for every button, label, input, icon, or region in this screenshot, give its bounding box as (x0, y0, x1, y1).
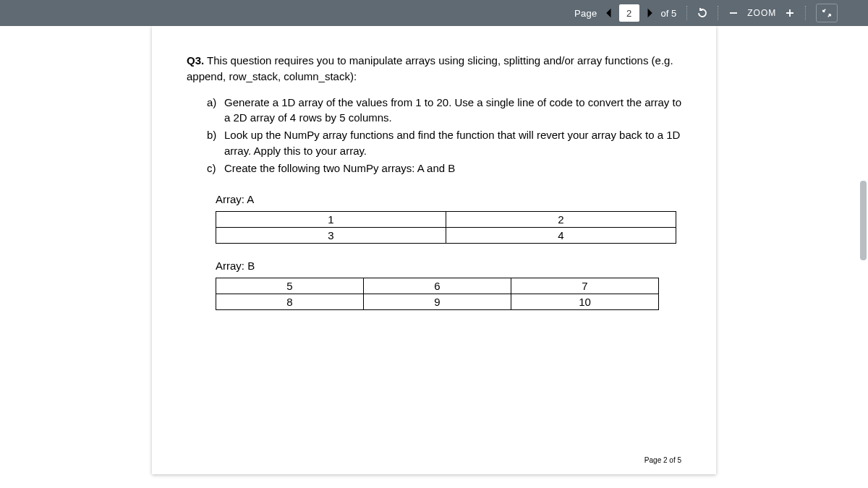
scrollbar-thumb[interactable] (860, 181, 867, 260)
table-cell: 2 (446, 212, 676, 228)
part-marker: c) (207, 160, 224, 176)
table-row: 3 4 (216, 228, 676, 244)
table-row: 1 2 (216, 212, 676, 228)
page-total-label: of 5 (661, 8, 677, 19)
zoom-in-button[interactable] (780, 4, 799, 22)
zoom-label: ZOOM (747, 8, 776, 18)
table-cell: 10 (511, 294, 659, 310)
fullscreen-exit-icon (822, 8, 832, 18)
table-cell: 9 (364, 294, 511, 310)
array-b-label: Array: B (216, 260, 681, 272)
chevron-left-icon (602, 6, 616, 20)
table-cell: 3 (216, 228, 446, 244)
page-label: Page (574, 8, 597, 19)
table-cell: 1 (216, 212, 446, 228)
table-cell: 6 (364, 278, 511, 294)
question-part: c) Create the following two NumPy arrays… (207, 160, 681, 176)
page-number-input[interactable] (619, 4, 639, 22)
separator (718, 6, 718, 20)
question-intro-text: This question requires you to manipulate… (187, 54, 673, 82)
pdf-toolbar: Page of 5 ZOOM (0, 0, 868, 26)
fullscreen-button[interactable] (816, 4, 838, 22)
scrollbar-track[interactable] (859, 29, 867, 485)
part-text: Generate a 1D array of the values from 1… (224, 95, 681, 127)
next-page-button[interactable] (642, 3, 657, 23)
question-parts-list: a) Generate a 1D array of the values fro… (207, 95, 681, 176)
array-a-table: 1 2 3 4 (216, 211, 676, 244)
reload-button[interactable] (693, 4, 712, 22)
prev-page-button[interactable] (602, 3, 616, 23)
separator (686, 6, 687, 20)
table-row: 8 9 10 (216, 294, 659, 310)
array-b-table: 5 6 7 8 9 10 (216, 278, 659, 310)
table-cell: 5 (216, 278, 364, 294)
separator (805, 6, 806, 20)
reload-icon (697, 7, 708, 19)
array-a-label: Array: A (216, 193, 681, 205)
document-page: Q3. This question requires you to manipu… (152, 26, 716, 474)
minus-icon (728, 7, 739, 19)
page-footer: Page 2 of 5 (644, 456, 681, 464)
part-marker: b) (207, 127, 224, 159)
part-marker: a) (207, 95, 224, 127)
question-number: Q3. (187, 54, 204, 67)
table-cell: 8 (216, 294, 364, 310)
question-part: b) Look up the NumPy array functions and… (207, 127, 681, 159)
zoom-out-button[interactable] (724, 4, 743, 22)
plus-icon (784, 7, 796, 19)
table-cell: 7 (511, 278, 659, 294)
question-part: a) Generate a 1D array of the values fro… (207, 95, 681, 127)
chevron-right-icon (642, 6, 657, 20)
question-intro: Q3. This question requires you to manipu… (187, 53, 681, 85)
table-cell: 4 (446, 228, 676, 244)
part-text: Create the following two NumPy arrays: A… (224, 160, 455, 176)
part-text: Look up the NumPy array functions and fi… (224, 127, 681, 159)
table-row: 5 6 7 (216, 278, 659, 294)
